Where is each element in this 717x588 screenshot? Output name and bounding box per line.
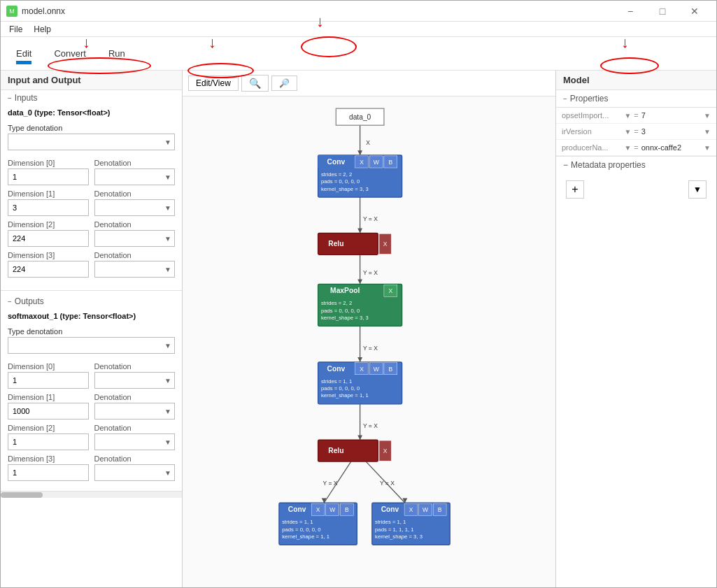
- zoom-icon: 🔎: [279, 78, 290, 88]
- dim-0-denotation-select[interactable]: ▼: [94, 168, 176, 185]
- dim-3-col: Dimension [3]: [8, 251, 89, 278]
- dim-2-input[interactable]: [8, 230, 89, 247]
- dim-3-input[interactable]: [8, 261, 89, 278]
- add-metadata-button[interactable]: +: [566, 180, 584, 199]
- graph-area[interactable]: X Y = X Y = X Y = X Y = X Y = X: [183, 96, 555, 587]
- out-dim-0-input[interactable]: [8, 372, 89, 389]
- prop-eq-2: =: [634, 143, 638, 152]
- maximize-button[interactable]: □: [646, 1, 679, 22]
- panel-header-input-output[interactable]: Input and Output: [1, 71, 182, 90]
- svg-text:strides = 1, 1: strides = 1, 1: [375, 519, 406, 525]
- type-denotation-arrow: ▼: [164, 138, 171, 146]
- left-panel: Input and Output − Inputs data_0 (type: …: [1, 71, 183, 587]
- svg-text:X: X: [316, 506, 320, 513]
- tab-convert[interactable]: Convert: [44, 44, 96, 63]
- metadata-header[interactable]: − Metadata properties: [556, 156, 716, 173]
- menu-bar: File Help: [1, 22, 716, 37]
- center-panel: Edit/View 🔍 🔎 X Y = X: [183, 71, 555, 587]
- dim-3-denotation-select[interactable]: ▼: [94, 261, 176, 278]
- prop-val-2: onnx-caffe2: [641, 143, 701, 152]
- prop-chevron-0: ▼: [704, 112, 711, 120]
- right-panel-header[interactable]: Model: [556, 71, 716, 90]
- menu-help[interactable]: Help: [28, 23, 57, 36]
- svg-text:X: X: [360, 366, 364, 373]
- dim-2-label: Dimension [2]: [8, 220, 89, 229]
- title-bar-controls: − □ ✕: [614, 1, 711, 22]
- out-dim-1-label: Dimension [1]: [8, 393, 89, 401]
- search-button[interactable]: 🔍: [241, 75, 269, 92]
- input-name: data_0 (type: Tensor<float>): [1, 106, 182, 120]
- out-dim-0-label: Dimension [0]: [8, 362, 89, 371]
- svg-text:W: W: [423, 506, 429, 513]
- properties-section-header[interactable]: − Properties: [556, 90, 716, 108]
- prop-val-1: 3: [641, 127, 701, 136]
- svg-text:strides = 1, 1: strides = 1, 1: [282, 519, 313, 525]
- right-panel: Model − Properties opsetImport... ▼ = 7 …: [555, 71, 716, 587]
- edit-view-button[interactable]: Edit/View: [188, 76, 239, 91]
- menu-file[interactable]: File: [3, 23, 28, 36]
- dim-1-input[interactable]: [8, 199, 89, 216]
- dim-2-col: Dimension [2]: [8, 220, 89, 247]
- left-panel-scrollbar[interactable]: [1, 491, 182, 498]
- svg-text:Y = X: Y = X: [363, 422, 378, 429]
- metadata-arrow: −: [563, 160, 568, 170]
- dim-1-denotation-col: Denotation ▼: [94, 189, 176, 216]
- tab-edit[interactable]: Edit: [6, 44, 41, 63]
- dim-3-label: Dimension [3]: [8, 251, 89, 259]
- out-dim-2-label: Dimension [2]: [8, 424, 89, 432]
- title-bar-left: M model.onnx: [6, 6, 65, 17]
- section-outputs[interactable]: − Outputs: [1, 294, 182, 309]
- out-dim-row-2: Dimension [2] Denotation ▼: [8, 424, 175, 450]
- dim-row-1: Dimension [1] Denotation ▼: [8, 189, 175, 216]
- dim-1-denotation-select[interactable]: ▼: [94, 199, 176, 216]
- svg-text:Y = X: Y = X: [363, 215, 378, 222]
- out-dim-row-1: Dimension [1] Denotation ▼: [8, 393, 175, 420]
- svg-text:strides = 2, 2: strides = 2, 2: [321, 300, 352, 306]
- out-dim-1-input[interactable]: [8, 403, 89, 420]
- type-denotation-select[interactable]: ▼: [8, 134, 175, 150]
- svg-text:data_0: data_0: [349, 113, 371, 121]
- svg-text:X: X: [360, 159, 364, 166]
- svg-text:B: B: [389, 159, 393, 166]
- minimize-button[interactable]: −: [614, 1, 646, 22]
- dim-2-denotation-select[interactable]: ▼: [94, 230, 176, 247]
- prop-chevron-1: ▼: [704, 128, 711, 136]
- output-name: softmaxout_1 (type: Tensor<float>): [1, 309, 182, 323]
- out-dim-2-denotation-select[interactable]: ▼: [94, 433, 176, 450]
- type-denotation-label: Type denotation: [8, 124, 175, 132]
- output-type-denotation-select[interactable]: ▼: [8, 337, 175, 354]
- svg-text:X: X: [409, 506, 413, 513]
- section-inputs[interactable]: − Inputs: [1, 90, 182, 106]
- scroll-thumb[interactable]: [1, 492, 43, 498]
- inputs-label: Inputs: [15, 93, 38, 103]
- prop-row-1: irVersion ▼ = 3 ▼: [556, 124, 716, 140]
- close-button[interactable]: ✕: [679, 1, 711, 22]
- tab-run[interactable]: Run: [99, 44, 135, 63]
- svg-text:kernel_shape = 3, 3: kernel_shape = 3, 3: [375, 533, 423, 540]
- metadata-chevron-button[interactable]: ▼: [688, 180, 707, 199]
- svg-marker-18: [357, 435, 362, 440]
- output-dimensions: Dimension [0] Denotation ▼ Dimension [1]: [1, 359, 182, 491]
- dim-1-col: Dimension [1]: [8, 189, 89, 216]
- svg-text:B: B: [345, 506, 349, 513]
- window-title: model.onnx: [22, 6, 65, 16]
- out-dim-3-denotation-select[interactable]: ▼: [94, 464, 176, 481]
- svg-text:X: X: [389, 287, 393, 294]
- svg-text:pads = 0, 0, 0, 0: pads = 0, 0, 0, 0: [321, 308, 360, 314]
- zoom-button[interactable]: 🔎: [271, 76, 297, 91]
- svg-text:W: W: [329, 506, 336, 513]
- dim-1-denotation-label: Denotation: [94, 189, 176, 198]
- svg-text:Y = X: Y = X: [363, 269, 378, 276]
- output-type-denotation-arrow: ▼: [164, 342, 171, 350]
- svg-text:Y = X: Y = X: [363, 345, 378, 352]
- out-dim-1-denotation-select[interactable]: ▼: [94, 403, 176, 420]
- svg-text:pads = 0, 0, 0, 0: pads = 0, 0, 0, 0: [321, 178, 360, 185]
- svg-text:Relu: Relu: [328, 240, 343, 248]
- svg-marker-16: [357, 279, 362, 284]
- dim-0-input[interactable]: [8, 168, 89, 185]
- out-dim-2-input[interactable]: [8, 433, 89, 450]
- svg-text:pads = 0, 0, 0, 0: pads = 0, 0, 0, 0: [282, 526, 320, 533]
- out-dim-0-denotation-select[interactable]: ▼: [94, 372, 176, 389]
- out-dim-3-input[interactable]: [8, 464, 89, 481]
- out-dim-row-0: Dimension [0] Denotation ▼: [8, 362, 175, 389]
